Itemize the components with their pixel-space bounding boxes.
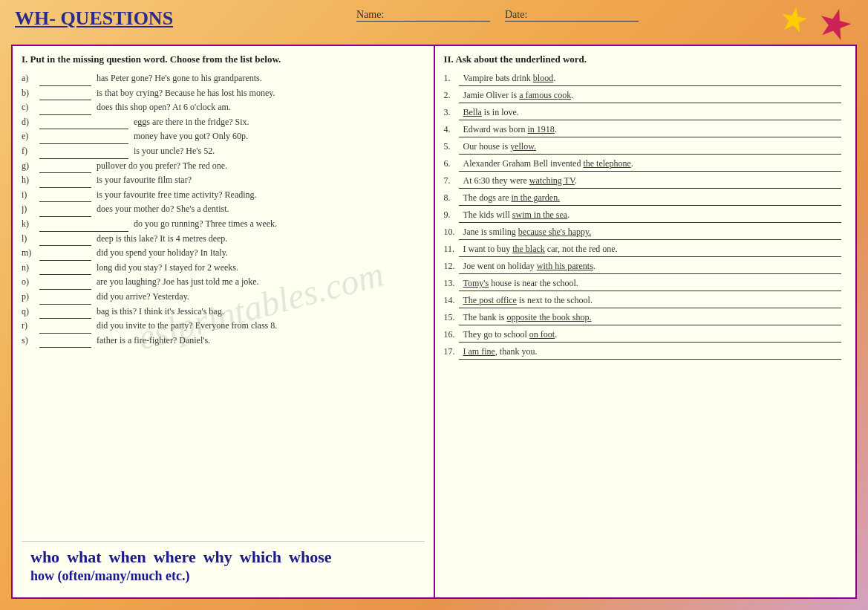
exercise-blank[interactable] <box>39 202 91 217</box>
name-date-row: Name: Date: <box>356 9 639 22</box>
answer-line[interactable] <box>459 239 841 240</box>
item-underline: opposite the book shop. <box>507 312 592 322</box>
item-num: 3. <box>444 106 460 119</box>
item-num: 4. <box>444 123 460 136</box>
exercise-blank[interactable] <box>39 173 91 188</box>
item-underline: in the garden. <box>511 192 560 203</box>
answer-line[interactable] <box>459 221 841 223</box>
item-num: 11. <box>444 242 460 256</box>
answer-line[interactable] <box>459 341 841 343</box>
exercise-letter: l) <box>22 232 36 246</box>
item-underline: I am fine <box>463 346 495 357</box>
answer-line[interactable] <box>459 204 841 206</box>
answer-line[interactable] <box>459 119 841 120</box>
exercise-blank[interactable] <box>39 334 91 348</box>
sentence: 14.The post office is next to the school… <box>444 293 847 307</box>
wh-word: what <box>67 548 101 567</box>
exercise-blank[interactable] <box>39 319 91 334</box>
answer-line[interactable] <box>459 256 841 257</box>
right-list-item: 14.The post office is next to the school… <box>444 293 847 310</box>
right-list-item: 3.Bella is in love. <box>444 106 847 122</box>
item-underline: because she's happy. <box>518 227 591 237</box>
item-underline: with his parents <box>537 261 593 271</box>
wh-word: why <box>203 548 232 567</box>
answer-line[interactable] <box>459 85 841 86</box>
sentence: 7.At 6:30 they were watching TV. <box>444 174 847 187</box>
sentence: 16.They go to school on foot. <box>444 328 847 341</box>
item-num: 17. <box>444 345 460 358</box>
exercise-letter: s) <box>22 334 36 348</box>
item-num: 10. <box>444 225 460 239</box>
item-text: Edward was born in 1918. <box>463 123 557 136</box>
right-list-item: 4.Edward was born in 1918. <box>444 123 847 139</box>
answer-line[interactable] <box>459 324 841 325</box>
exercise-text: father is a fire-fighter? Daniel's. <box>97 334 210 348</box>
wh-word: which <box>240 548 281 567</box>
answer-line[interactable] <box>459 187 841 189</box>
exercise-letter: e) <box>22 129 36 143</box>
exercise-item: o) are you laughing? Joe has just told m… <box>22 275 425 290</box>
answer-line[interactable] <box>459 153 841 155</box>
item-text: Our house is yellow. <box>463 140 537 153</box>
exercise-blank[interactable] <box>39 275 91 290</box>
exercise-blank[interactable] <box>39 100 91 115</box>
item-text: I want to buy the black car, not the red… <box>463 242 618 256</box>
right-list-item: 9.The kids will swim in the sea. <box>444 208 847 224</box>
exercise-list: a) has Peter gone? He's gone to his gran… <box>22 71 425 348</box>
main-container: I. Put in the missing question word. Cho… <box>11 45 857 599</box>
answer-line[interactable] <box>459 290 841 291</box>
answer-line[interactable] <box>459 170 841 172</box>
exercise-letter: k) <box>22 217 36 231</box>
answer-line[interactable] <box>459 136 841 137</box>
answer-line[interactable] <box>459 307 841 308</box>
right-list-item: 13.Tomy's house is near the school. <box>444 276 847 293</box>
sentence: 6.Alexander Graham Bell invented the tel… <box>444 157 847 170</box>
right-list-item: 12.Joe went on holiday with his parents. <box>444 259 847 276</box>
left-content: a) has Peter gone? He's gone to his gran… <box>22 71 425 519</box>
exercise-letter: a) <box>22 71 36 85</box>
item-num: 5. <box>444 140 460 153</box>
exercise-blank[interactable] <box>39 261 91 276</box>
exercise-blank[interactable] <box>39 115 128 130</box>
right-list-item: 6.Alexander Graham Bell invented the tel… <box>444 157 847 173</box>
exercise-blank[interactable] <box>39 159 91 174</box>
date-label: Date: <box>505 9 639 22</box>
exercise-item: r) did you invite to the party? Everyone… <box>22 319 425 334</box>
exercise-letter: p) <box>22 290 36 304</box>
item-text: They go to school on foot. <box>463 328 558 341</box>
exercise-letter: g) <box>22 159 36 173</box>
exercise-blank[interactable] <box>39 217 128 232</box>
exercise-text: pullover do you prefer? The red one. <box>97 159 227 173</box>
exercise-item: g) pullover do you prefer? The red one. <box>22 159 425 174</box>
sentence: 8.The dogs are in the garden. <box>444 191 847 204</box>
exercise-letter: q) <box>22 305 36 319</box>
exercise-blank[interactable] <box>39 232 91 247</box>
wh-word: who <box>30 548 59 567</box>
answer-line[interactable] <box>459 102 841 103</box>
wh-word: where <box>154 548 196 567</box>
exercise-blank[interactable] <box>39 305 91 319</box>
exercise-letter: f) <box>22 144 36 158</box>
item-underline: The post office <box>463 295 517 305</box>
exercise-item: q) bag is this? I think it's Jessica's b… <box>22 305 425 319</box>
exercise-blank[interactable] <box>39 144 128 159</box>
item-underline: Tomy's <box>463 278 489 288</box>
item-num: 6. <box>444 157 460 170</box>
exercise-letter: o) <box>22 275 36 289</box>
item-num: 12. <box>444 259 460 273</box>
answer-line[interactable] <box>459 358 841 360</box>
exercise-blank[interactable] <box>39 290 91 305</box>
exercise-blank[interactable] <box>39 246 91 261</box>
item-num: 8. <box>444 191 460 204</box>
exercise-item: m) did you spend your holiday? In Italy. <box>22 246 425 261</box>
answer-line[interactable] <box>459 273 841 274</box>
exercise-item: s) father is a fire-fighter? Daniel's. <box>22 334 425 348</box>
exercise-blank[interactable] <box>39 86 91 101</box>
exercise-blank[interactable] <box>39 129 128 144</box>
exercise-text: eggs are there in the fridge? Six. <box>134 115 249 129</box>
item-text: Jane is smiling because she's happy. <box>463 225 592 239</box>
exercise-blank[interactable] <box>39 71 91 86</box>
exercise-text: is your favourite free time activity? Re… <box>97 188 257 202</box>
exercise-item: e) money have you got? Only 60p. <box>22 129 425 144</box>
exercise-blank[interactable] <box>39 188 91 203</box>
